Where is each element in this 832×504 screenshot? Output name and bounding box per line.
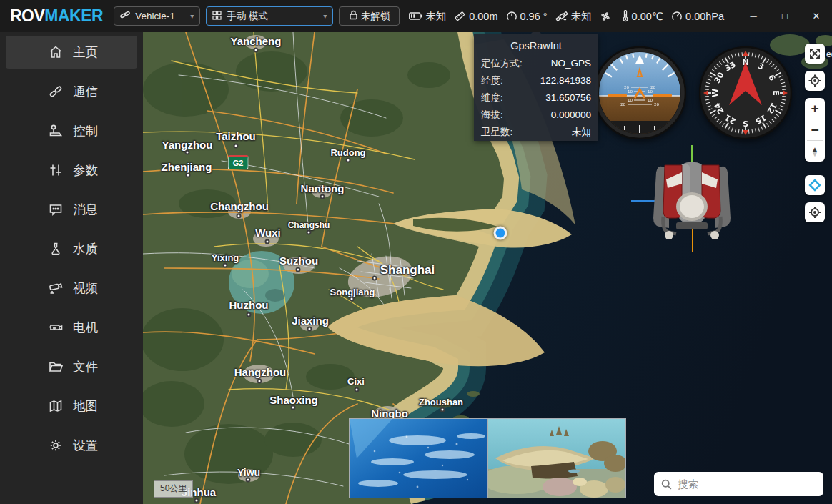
mode-select[interactable]: 手动 模式 ▾ <box>206 6 333 26</box>
sidebar-item-settings[interactable]: 设置 <box>6 429 137 462</box>
sidebar-item-control[interactable]: 控制 <box>6 114 137 147</box>
sidebar-item-label: 消息 <box>73 201 98 218</box>
svg-text:20: 20 <box>654 102 659 107</box>
tilt-control[interactable]: ▲ ▼ <box>805 141 825 162</box>
top-bar: ROVMAKER Vehicle-1 ▾ 手动 模式 ▾ 未解锁 未知 <box>0 0 832 32</box>
svg-text:20: 20 <box>620 102 625 107</box>
map-viewport[interactable]: YanchengTaizhouYangzhouZhenjiangRudongNa… <box>143 32 832 504</box>
sidebar-item-label: 文件 <box>73 358 98 375</box>
sidebar-item-label: 水质 <box>73 240 98 257</box>
sidebar-item-params[interactable]: 参数 <box>6 154 137 187</box>
fan-icon <box>600 11 611 22</box>
window-controls: ─ □ ✕ <box>738 0 832 32</box>
zoom-in-button[interactable]: + <box>805 98 825 119</box>
search-icon <box>661 479 672 490</box>
attitude-indicator: 2020 1010 1010 2020 <box>593 46 686 139</box>
orientation-button[interactable] <box>805 175 825 195</box>
link-icon <box>120 10 130 22</box>
center-target-button[interactable] <box>805 202 825 222</box>
sidebar-item-label: 电机 <box>73 319 98 336</box>
vehicle-select[interactable]: Vehicle-1 ▾ <box>114 6 200 26</box>
rovmaker-app: ROVMAKER Vehicle-1 ▾ 手动 模式 ▾ 未解锁 未知 <box>0 0 832 504</box>
search-box <box>654 472 823 496</box>
chevron-down-icon: ▾ <box>190 12 194 20</box>
target-icon <box>808 206 821 219</box>
video-thumbnail-1[interactable] <box>350 419 487 498</box>
vehicle-select-label: Vehicle-1 <box>135 11 175 21</box>
pressure-gauge-icon <box>671 11 683 22</box>
gps-row-latitude: 维度:31.650756 <box>481 89 591 107</box>
fullscreen-button[interactable] <box>805 44 825 64</box>
sidebar: 主页 通信 控制 参数 消息 水质 视频 电机 <box>0 32 143 504</box>
gps-row-longitude: 经度:122.841938 <box>481 72 591 89</box>
sidebar-item-messages[interactable]: 消息 <box>6 193 137 226</box>
sidebar-item-motor[interactable]: 电机 <box>6 311 137 344</box>
sliders-icon <box>47 162 64 179</box>
gps-row-altitude: 海拔:0.000000 <box>481 107 591 124</box>
gps-row-satellites: 卫星数:未知 <box>481 124 591 141</box>
svg-text:10: 10 <box>648 89 653 94</box>
status-battery: 未知 <box>407 9 448 23</box>
heading-gauge-icon <box>506 11 517 22</box>
gps-row-fixtype: 定位方式:NO_GPS <box>481 55 591 72</box>
close-button[interactable]: ✕ <box>801 0 832 32</box>
minimize-button[interactable]: ─ <box>738 0 769 32</box>
sidebar-item-label: 控制 <box>73 122 98 139</box>
folder-icon <box>47 358 64 375</box>
satellite-icon <box>555 11 568 22</box>
ruler-icon <box>454 11 466 22</box>
sidebar-item-map[interactable]: 地图 <box>6 390 137 423</box>
fullscreen-icon <box>808 47 821 60</box>
mode-grid-icon <box>212 11 222 22</box>
underwater-blue-video <box>350 419 487 498</box>
status-pressure: 0.00hPa <box>669 11 726 22</box>
map-scale: 50公里 <box>154 480 193 498</box>
locate-button[interactable] <box>805 71 825 91</box>
map-icon <box>47 397 64 415</box>
arm-button[interactable]: 未解锁 <box>339 6 400 26</box>
sidebar-item-files[interactable]: 文件 <box>6 350 137 383</box>
maximize-button[interactable]: □ <box>769 0 801 32</box>
svg-text:S: S <box>743 119 748 128</box>
rov-3d-view[interactable] <box>608 132 772 261</box>
gear-icon <box>47 437 64 454</box>
lock-icon <box>349 10 358 22</box>
video-strip <box>349 418 626 498</box>
zoom-control: + − ▲ ▼ <box>805 98 825 162</box>
sidebar-item-label: 视频 <box>73 280 98 297</box>
rov-model <box>653 162 731 239</box>
message-icon <box>47 201 64 218</box>
sidebar-item-label: 通信 <box>73 83 98 100</box>
locate-icon <box>808 74 821 87</box>
zoom-out-button[interactable]: − <box>805 119 825 140</box>
video-thumbnail-2[interactable] <box>487 419 625 498</box>
sidebar-item-home[interactable]: 主页 <box>6 36 137 69</box>
sidebar-item-label: 设置 <box>73 437 98 454</box>
link-icon <box>47 83 64 100</box>
compass: N 3 6 E 12 15 S 21 24 W 30 33 <box>699 46 792 139</box>
status-heading: 0.96 ° <box>504 11 550 22</box>
chevron-down-icon: ▾ <box>323 12 327 20</box>
svg-text:10: 10 <box>628 89 633 94</box>
sidebar-item-water-quality[interactable]: 水质 <box>6 232 137 265</box>
position-marker[interactable] <box>494 227 507 240</box>
search-input[interactable] <box>678 478 816 490</box>
joystick-icon <box>47 122 64 139</box>
status-gps[interactable]: 未知 <box>553 9 594 23</box>
gps-raw-panel: GpsRawInt 定位方式:NO_GPS 经度:122.841938 维度:3… <box>474 34 598 141</box>
svg-text:10: 10 <box>648 98 653 102</box>
svg-text:E: E <box>771 90 781 96</box>
gps-panel-title: GpsRawInt <box>481 40 591 51</box>
status-depth: 0.00m <box>452 11 500 22</box>
sidebar-item-label: 主页 <box>73 44 98 61</box>
svg-text:10: 10 <box>628 98 633 102</box>
sidebar-item-label: 参数 <box>73 162 98 179</box>
sidebar-item-video[interactable]: 视频 <box>6 272 137 305</box>
sidebar-item-comms[interactable]: 通信 <box>6 75 137 108</box>
sidebar-item-label: 地图 <box>73 397 98 415</box>
compass-diamond-icon <box>808 179 821 192</box>
rovmaker-logo: ROVMAKER <box>10 6 103 26</box>
coral-reef-video <box>488 419 625 498</box>
status-row: 未知 0.00m 0.96 ° 未知 0.00℃ <box>407 9 726 23</box>
home-icon <box>47 44 64 61</box>
